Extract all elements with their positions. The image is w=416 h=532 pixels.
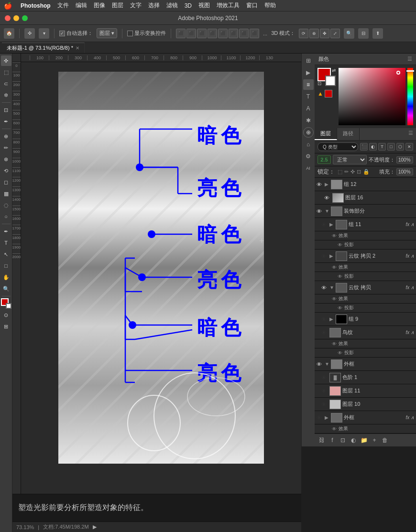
tab-paths[interactable]: 路径 (337, 128, 360, 140)
ai-btn[interactable]: AI (303, 163, 314, 174)
filter-type-btn[interactable]: T (378, 143, 386, 151)
fill-input[interactable] (396, 168, 413, 175)
blur-tool-btn[interactable]: ◌ (1, 200, 11, 210)
align-left-btn[interactable]: ⬛ (176, 29, 186, 38)
layer-visibility-icon[interactable]: 👁 (321, 222, 328, 228)
magic-wand-btn[interactable]: ✲ (1, 90, 11, 100)
align-right-btn[interactable]: ⬛ (197, 29, 207, 38)
canvas-document[interactable]: 暗色 亮色 暗色 (58, 72, 264, 464)
link-layers-btn[interactable]: ⛓ (317, 436, 326, 445)
layers-panel-btn[interactable]: ≡ (303, 79, 314, 90)
background-color-swatch[interactable] (6, 303, 11, 309)
add-layer-btn[interactable]: + (370, 436, 379, 445)
history-brush-btn[interactable]: ⟲ (1, 165, 11, 176)
gamut-color-box[interactable] (325, 90, 332, 98)
home-panel-btn[interactable]: ⌂ (303, 139, 314, 150)
lock-all-icon[interactable]: 🔒 (363, 169, 370, 175)
menu-3d[interactable]: 3D (185, 2, 192, 9)
settings-panel-btn[interactable]: ⚙ (303, 151, 314, 162)
zoom-tool-btn[interactable]: 🔍 (1, 283, 11, 294)
layer-visibility-icon[interactable]: 👁 (317, 182, 323, 187)
layer-visibility-icon[interactable]: 👁 (324, 195, 331, 201)
menu-edit[interactable]: 编辑 (76, 1, 87, 10)
layer-item[interactable]: 👁 ▶ 组 12 (315, 178, 416, 191)
align-more-btn[interactable]: ⬛ (239, 29, 249, 38)
add-mask-btn[interactable]: ⊡ (339, 436, 347, 445)
filter-pixel-btn[interactable]: ⬛ (360, 143, 368, 151)
layer-visibility-icon[interactable]: 👁 (317, 415, 323, 421)
auto-select-checkbox[interactable]: ✓ (59, 31, 65, 36)
layer-visibility-icon[interactable]: 👁 (317, 361, 323, 367)
layer-item[interactable]: 👁 ▼ 云纹 拷贝 fx ∧ (315, 281, 416, 294)
align-top-btn[interactable]: ⬛ (208, 29, 217, 38)
lock-transparent-icon[interactable]: ⬚ (338, 169, 342, 175)
expand-icon[interactable]: ▶ (329, 253, 334, 259)
grid-view-btn[interactable]: ⊞ (303, 55, 314, 66)
menu-text[interactable]: 文字 (130, 1, 142, 10)
tab-close-icon[interactable]: ✕ (76, 45, 79, 51)
font-panel-btn[interactable]: A (303, 103, 314, 114)
delete-layer-btn[interactable]: 🗑 (381, 436, 389, 445)
sub-visibility-icon[interactable]: 👁 (332, 296, 337, 302)
expand-icon[interactable]: ▼ (325, 208, 329, 214)
blend-mode-select[interactable]: 正常 (333, 155, 367, 164)
3d-btn2[interactable]: ⊕ (309, 29, 319, 38)
layer-visibility-icon[interactable]: 👁 (321, 253, 328, 259)
color-panel-menu-icon[interactable]: ☰ (407, 56, 412, 62)
extra-options-btn[interactable]: ... (263, 31, 267, 36)
brush-tool-btn[interactable]: ✏ (1, 142, 11, 153)
close-button[interactable] (5, 15, 11, 21)
play-btn[interactable]: ▶ (303, 67, 314, 78)
layer-visibility-icon[interactable]: 👁 (321, 316, 328, 322)
layer-visibility-icon[interactable]: 👁 (321, 375, 328, 380)
filter-more-btn[interactable]: ✕ (405, 143, 413, 151)
pen-tool-btn[interactable]: ✒ (1, 226, 11, 237)
clone-stamp-btn[interactable]: ⊗ (1, 154, 11, 164)
layer-item[interactable]: 👁 ▶ 云纹 拷贝 2 fx ∧ (315, 250, 416, 263)
layer-visibility-icon[interactable]: 👁 (321, 330, 328, 336)
layer-item[interactable]: 👁 鸟纹 fx ∧ (315, 326, 416, 339)
reset-colors-icon[interactable]: ⊡ (317, 81, 321, 86)
menu-view[interactable]: 视图 (198, 1, 210, 10)
share-btn[interactable]: ⬆ (372, 28, 383, 39)
color-gradient-handle[interactable] (396, 71, 400, 75)
path-selection-btn[interactable]: ↖ (1, 249, 11, 260)
sub-visibility-icon[interactable]: 👁 (338, 305, 342, 311)
menu-image[interactable]: 图像 (94, 1, 105, 10)
menu-filter[interactable]: 滤镜 (166, 1, 178, 10)
eraser-tool-btn[interactable]: ◻ (1, 177, 11, 187)
layer-item[interactable]: 👁 ▼ 装饰部分 (315, 205, 416, 218)
lock-artboard-icon[interactable]: ⊡ (357, 169, 361, 175)
view-toggle-btn[interactable]: ⊟ (358, 28, 369, 39)
layer-list[interactable]: 👁 ▶ 组 12 👁 图层 16 � (315, 178, 416, 434)
add-style-btn[interactable]: f (328, 436, 337, 445)
add-group-btn[interactable]: 📁 (360, 436, 368, 445)
layer-visibility-icon[interactable]: 👁 (321, 388, 328, 394)
opacity-input[interactable] (396, 156, 413, 163)
status-arrow[interactable]: ▶ (93, 524, 97, 530)
layer-item[interactable]: 👁 图层 10 (315, 398, 416, 411)
gradient-tool-btn[interactable]: ▦ (1, 188, 11, 199)
layer-type-dropdown[interactable]: 图层 ▾ (97, 28, 117, 38)
move-options[interactable]: ▾ (39, 28, 49, 39)
lock-position-icon[interactable]: ✜ (350, 169, 355, 175)
expand-icon[interactable]: ▶ (329, 222, 334, 227)
menu-window[interactable]: 窗口 (246, 1, 258, 10)
search-btn[interactable]: 🔍 (344, 28, 354, 39)
layer-item[interactable]: 👁 ▓ 色阶 1 (315, 371, 416, 384)
menu-file[interactable]: 文件 (57, 1, 69, 10)
crop-tool-btn[interactable]: ⊡ (1, 105, 11, 115)
healing-brush-btn[interactable]: ⊕ (1, 131, 11, 141)
swap-colors-icon[interactable]: ⇌ (332, 68, 336, 73)
hand-tool-btn[interactable]: ✋ (1, 272, 11, 282)
3d-btn4[interactable]: ⤢ (330, 29, 340, 38)
move-tool-btn[interactable]: ✜ (1, 55, 11, 66)
maximize-button[interactable] (22, 15, 28, 21)
background-color[interactable] (325, 76, 336, 86)
type-tool-btn[interactable]: T (1, 238, 11, 248)
expand-icon[interactable]: ▼ (329, 285, 334, 290)
eyedropper-btn[interactable]: ✒ (1, 116, 11, 127)
minimize-button[interactable] (13, 15, 19, 21)
shape-tool-btn[interactable]: □ (1, 261, 11, 271)
layer-item[interactable]: 👁 ▼ 外框 (315, 358, 416, 371)
